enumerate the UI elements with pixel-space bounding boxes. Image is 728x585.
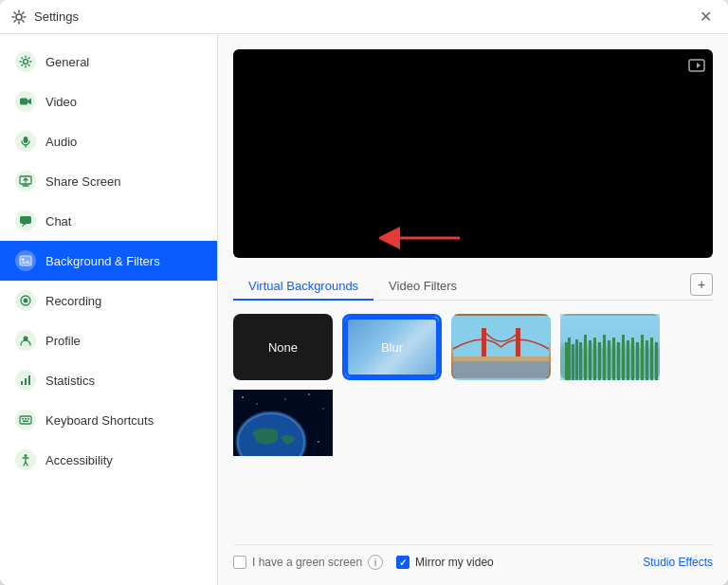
tab-virtual-backgrounds[interactable]: Virtual Backgrounds [233,273,373,301]
svg-point-56 [318,441,318,442]
sidebar-item-profile[interactable]: Profile [0,320,217,360]
blur-label: Blur [381,340,403,355]
sidebar-item-audio[interactable]: Audio [0,121,217,161]
green-screen-option[interactable]: I have a green screen i [233,555,383,570]
svg-rect-40 [617,342,620,380]
svg-point-8 [22,258,25,261]
studio-effects-button[interactable]: Studio Effects [643,556,713,569]
svg-rect-32 [579,342,582,380]
background-earth[interactable] [233,390,333,456]
green-screen-text: I have a green screen [252,556,362,569]
svg-point-54 [284,398,285,399]
svg-rect-14 [28,375,30,385]
svg-point-52 [308,393,309,394]
background-tabs: Virtual Backgrounds Video Filters + [233,273,713,301]
sidebar-item-chat[interactable]: Chat [0,201,217,241]
sidebar-item-general[interactable]: General [0,42,217,82]
svg-point-10 [24,299,28,303]
sidebar-item-keyboard-shortcuts[interactable]: Keyboard Shortcuts [0,400,217,440]
svg-rect-45 [641,335,644,380]
svg-point-53 [323,409,324,410]
content-area: General Video [0,34,728,585]
svg-rect-47 [650,338,653,380]
video-options-button[interactable] [688,57,705,78]
window-title: Settings [34,9,79,24]
audio-label: Audio [46,135,77,149]
svg-rect-29 [568,338,571,380]
sidebar-item-background-filters[interactable]: Background & Filters [0,241,217,281]
background-none[interactable]: None [233,314,333,380]
recording-icon [15,290,36,311]
background-bridge[interactable] [451,314,551,380]
svg-rect-13 [25,378,27,385]
svg-point-1 [24,60,28,64]
svg-rect-28 [565,342,568,380]
chat-icon [15,210,36,231]
info-icon[interactable]: i [368,555,383,570]
svg-rect-41 [622,335,625,380]
accessibility-icon [15,449,36,470]
svg-rect-16 [22,418,24,420]
settings-app-icon [11,9,27,25]
sidebar: General Video [0,34,218,585]
share-screen-icon [15,171,36,192]
green-screen-checkbox[interactable] [233,556,246,569]
svg-point-0 [16,14,22,20]
accessibility-label: Accessibility [46,453,113,467]
svg-rect-43 [631,338,634,380]
sidebar-item-recording[interactable]: Recording [0,281,217,320]
profile-icon [15,330,36,351]
tabs-list: Virtual Backgrounds Video Filters [233,273,472,300]
bottom-bar: I have a green screen i Mirror my video … [233,544,713,570]
sidebar-item-accessibility[interactable]: Accessibility [0,440,217,480]
svg-rect-19 [23,421,28,423]
svg-point-3 [24,137,28,143]
add-background-button[interactable]: + [690,273,713,296]
svg-rect-36 [598,342,601,380]
svg-rect-30 [572,344,574,380]
mirror-video-text: Mirror my video [415,556,494,569]
tab-video-filters[interactable]: Video Filters [373,273,472,301]
svg-rect-39 [612,338,615,380]
profile-label: Profile [46,334,81,348]
svg-point-20 [25,454,27,457]
svg-rect-31 [575,339,578,380]
svg-rect-26 [451,361,551,380]
sidebar-item-video[interactable]: Video [0,82,217,121]
recording-label: Recording [46,294,101,308]
backgrounds-grid: None Blur [233,314,713,456]
settings-window: Settings ✕ General [0,0,728,585]
svg-rect-18 [27,418,29,420]
video-preview [233,49,713,258]
background-blur[interactable]: Blur [342,314,442,380]
keyboard-shortcuts-icon [15,410,36,430]
main-panel: Virtual Backgrounds Video Filters + None… [218,34,728,585]
svg-rect-46 [646,340,648,380]
svg-rect-34 [589,340,592,380]
svg-rect-48 [655,342,658,380]
mirror-video-checkbox[interactable] [396,556,410,569]
sidebar-item-statistics[interactable]: Statistics [0,360,217,400]
svg-rect-2 [20,99,27,105]
statistics-icon [15,370,36,391]
audio-icon [15,131,36,152]
background-filters-icon [15,250,36,271]
title-bar: Settings ✕ [0,0,728,34]
svg-rect-15 [20,416,31,424]
svg-rect-17 [25,418,27,420]
svg-rect-42 [627,340,629,380]
svg-point-51 [256,403,257,404]
svg-rect-35 [593,338,596,380]
video-label: Video [46,95,77,109]
svg-rect-6 [20,216,31,224]
sidebar-item-share-screen[interactable]: Share Screen [0,161,217,201]
general-icon [15,51,36,72]
mirror-video-option[interactable]: Mirror my video [396,556,494,569]
none-label: None [268,340,298,355]
video-icon [15,91,36,112]
svg-rect-44 [636,342,639,380]
chat-label: Chat [46,214,71,229]
background-grass[interactable] [560,314,660,380]
close-button[interactable]: ✕ [694,6,717,28]
general-label: General [46,55,89,69]
